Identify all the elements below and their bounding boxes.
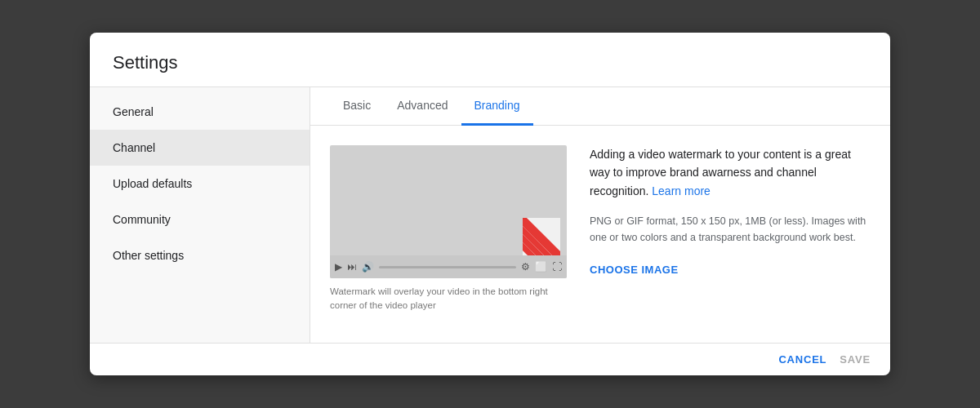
dialog-title: Settings (90, 33, 890, 87)
progress-bar[interactable] (379, 266, 516, 268)
fullscreen-icon[interactable]: ⛶ (552, 261, 562, 273)
branding-content: ▶ ⏭ 🔊 ⚙ ⬜ ⛶ Watermark will overlay your … (310, 126, 890, 343)
miniplayer-icon[interactable]: ⬜ (535, 261, 547, 273)
video-player: ▶ ⏭ 🔊 ⚙ ⬜ ⛶ (330, 145, 567, 278)
sidebar-item-channel[interactable]: Channel (90, 130, 310, 166)
main-content: Basic Advanced Branding (310, 87, 890, 343)
choose-image-button[interactable]: CHOOSE IMAGE (590, 264, 679, 276)
sidebar-item-general[interactable]: General (90, 94, 310, 130)
dialog-body: General Channel Upload defaults Communit… (90, 87, 890, 343)
cancel-button[interactable]: CANCEL (778, 353, 826, 366)
dialog-footer: CANCEL SAVE (90, 343, 890, 375)
branding-info: Adding a video watermark to your content… (590, 145, 871, 323)
sidebar-item-community[interactable]: Community (90, 202, 310, 237)
sidebar-item-other-settings[interactable]: Other settings (90, 237, 310, 273)
tab-advanced[interactable]: Advanced (384, 87, 461, 126)
settings-dialog: Settings General Channel Upload defaults… (90, 33, 890, 375)
tabs-bar: Basic Advanced Branding (310, 87, 890, 126)
watermark-badge (523, 218, 560, 255)
tab-basic[interactable]: Basic (330, 87, 384, 126)
video-caption: Watermark will overlay your video in the… (330, 285, 567, 313)
player-controls: ▶ ⏭ 🔊 ⚙ ⬜ ⛶ (330, 255, 567, 278)
play-icon[interactable]: ▶ (335, 261, 342, 273)
tab-branding[interactable]: Branding (461, 87, 533, 126)
branding-description: Adding a video watermark to your content… (590, 145, 871, 200)
settings-icon[interactable]: ⚙ (521, 261, 530, 273)
video-preview-area: ▶ ⏭ 🔊 ⚙ ⬜ ⛶ Watermark will overlay your … (330, 145, 567, 323)
learn-more-link[interactable]: Learn more (652, 184, 710, 197)
skip-icon[interactable]: ⏭ (347, 261, 357, 273)
right-controls: ⚙ ⬜ ⛶ (521, 261, 562, 273)
volume-icon[interactable]: 🔊 (362, 261, 374, 273)
branding-hint: PNG or GIF format, 150 x 150 px, 1MB (or… (590, 213, 871, 246)
sidebar: General Channel Upload defaults Communit… (90, 87, 310, 343)
sidebar-item-upload-defaults[interactable]: Upload defaults (90, 166, 310, 202)
save-button[interactable]: SAVE (840, 353, 871, 366)
